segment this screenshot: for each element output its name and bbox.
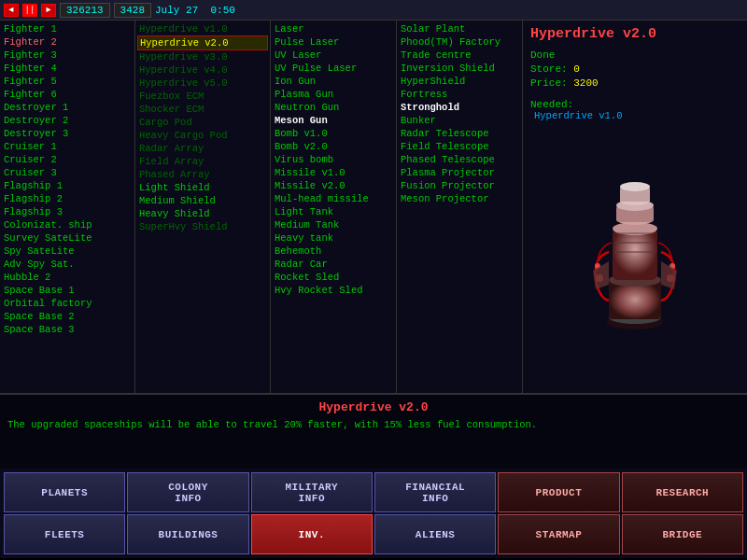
product-button[interactable]: PRODUCT (498, 472, 619, 512)
financial-info-button[interactable]: FINANCIALINFO (374, 472, 496, 512)
weapon-list-item[interactable]: Heavy tank (273, 231, 394, 245)
equipment-list[interactable]: Hyperdrive v1.0Hyperdrive v2.0Hyperdrive… (135, 21, 271, 393)
ship-list-item[interactable]: Fighter 3 (2, 49, 133, 62)
weapon-list-item[interactable]: Light Tank (273, 205, 394, 218)
equipment-list-item[interactable]: Hyperdrive v4.0 (137, 63, 268, 77)
ship-list-item[interactable]: Cruiser 2 (2, 153, 133, 166)
weapon-list-item[interactable]: Neutron Gun (273, 101, 394, 114)
ship-list-item[interactable]: Space Base 1 (2, 284, 133, 297)
weapon-list-item[interactable]: UV Pulse Laser (273, 62, 394, 75)
equipment-list-item[interactable]: Field Array (137, 155, 268, 168)
ship-list[interactable]: Fighter 1Fighter 2Fighter 3Fighter 4Figh… (0, 21, 135, 393)
weapon-list-item[interactable]: Bomb v2.0 (273, 140, 394, 153)
ship-list-item[interactable]: Spy SateLite (2, 245, 133, 258)
next-button[interactable]: ► (41, 4, 56, 17)
weapon-list-item[interactable]: Radar Car (273, 258, 394, 271)
building-list-item[interactable]: Inversion Shield (399, 62, 520, 75)
ship-list-item[interactable]: Survey SateLite (2, 231, 133, 245)
weapon-list-item[interactable]: Behemoth (273, 245, 394, 258)
starmap-button[interactable]: STARMAP (498, 514, 619, 554)
equipment-list-item[interactable]: Hyperdrive v5.0 (137, 77, 268, 90)
colony-info-button[interactable]: COLONYINFO (127, 472, 248, 512)
building-list-item[interactable]: Phood(TM) Factory (399, 35, 520, 49)
hyperdrive-model (560, 177, 710, 336)
weapon-list-item[interactable]: Ion Gun (273, 75, 394, 88)
ship-list-item[interactable]: Fighter 2 (2, 35, 133, 49)
equipment-list-item[interactable]: Medium Shield (137, 194, 268, 207)
building-list-item[interactable]: Fortress (399, 88, 520, 101)
pause-button[interactable]: || (22, 4, 37, 17)
equipment-list-item[interactable]: Shocker ECM (137, 103, 268, 116)
main-panel: Fighter 1Fighter 2Fighter 3Fighter 4Figh… (0, 21, 747, 394)
planets-button[interactable]: PLANETS (4, 472, 125, 512)
equipment-list-item[interactable]: Light Shield (137, 181, 268, 194)
aliens-button[interactable]: ALIENS (374, 514, 496, 554)
building-list-item[interactable]: Bunker (399, 114, 520, 127)
weapon-list-item[interactable]: Meson Gun (273, 114, 394, 127)
ship-list-item[interactable]: Fighter 5 (2, 75, 133, 88)
ship-list-item[interactable]: Space Base 2 (2, 310, 133, 323)
equipment-list-item[interactable]: Hyperdrive v2.0 (137, 35, 268, 50)
ship-list-item[interactable]: Cruiser 3 (2, 166, 133, 179)
ship-list-item[interactable]: Cruiser 1 (2, 140, 133, 153)
ship-list-item[interactable]: Space Base 3 (2, 323, 133, 336)
military-info-button[interactable]: MILITARYINFO (251, 472, 373, 512)
building-list-item[interactable]: Trade centre (399, 49, 520, 62)
weapon-list-item[interactable]: Rocket Sled (273, 271, 394, 284)
equipment-list-item[interactable]: Radar Array (137, 142, 268, 155)
equipment-list-item[interactable]: Cargo Pod (137, 116, 268, 129)
weapon-list-item[interactable]: Bomb v1.0 (273, 127, 394, 140)
weapon-list-item[interactable]: Hvy Rocket Sled (273, 284, 394, 297)
ship-list-item[interactable]: Flagship 2 (2, 192, 133, 205)
description-area: Hyperdrive v2.0 The upgraded spaceships … (0, 394, 747, 469)
ship-list-item[interactable]: Orbital factory (2, 297, 133, 310)
building-list-item[interactable]: Solar Plant (399, 22, 520, 35)
building-list-item[interactable]: Radar Telescope (399, 127, 520, 140)
detail-panel: Hyperdrive v2.0 Done Store: 0 Price: 320… (523, 21, 747, 393)
building-list-item[interactable]: Phased Telescope (399, 153, 520, 166)
equipment-list-item[interactable]: Fuezbox ECM (137, 90, 268, 103)
svg-rect-6 (613, 229, 657, 280)
ship-list-item[interactable]: Colonizat. ship (2, 218, 133, 231)
ship-list-item[interactable]: Adv Spy Sat. (2, 258, 133, 271)
research-button[interactable]: RESEARCH (622, 472, 743, 512)
equipment-list-item[interactable]: SuperHvy Shield (137, 220, 268, 233)
building-list-item[interactable]: Fusion Projector (399, 179, 520, 192)
ship-list-item[interactable]: Flagship 1 (2, 179, 133, 192)
ship-list-item[interactable]: Hubble 2 (2, 271, 133, 284)
weapon-list-item[interactable]: Laser (273, 22, 394, 35)
building-list-item[interactable]: HyperShield (399, 75, 520, 88)
buildings-button[interactable]: BUILDINGS (127, 514, 248, 554)
ship-list-item[interactable]: Fighter 6 (2, 88, 133, 101)
weapon-list-item[interactable]: Pulse Laser (273, 35, 394, 49)
ship-list-item[interactable]: Destroyer 3 (2, 127, 133, 140)
weapon-list-item[interactable]: Missile v1.0 (273, 166, 394, 179)
weapon-list-item[interactable]: Plasma Gun (273, 88, 394, 101)
equipment-list-item[interactable]: Hyperdrive v1.0 (137, 22, 268, 35)
ship-list-item[interactable]: Destroyer 2 (2, 114, 133, 127)
ship-list-item[interactable]: Fighter 4 (2, 62, 133, 75)
ship-list-item[interactable]: Fighter 1 (2, 22, 133, 35)
ship-list-item[interactable]: Destroyer 1 (2, 101, 133, 114)
building-list-item[interactable]: Field Telescope (399, 140, 520, 153)
weapon-list-item[interactable]: Missile v2.0 (273, 179, 394, 192)
prev-button[interactable]: ◄ (4, 4, 19, 17)
fleets-button[interactable]: FLEETS (4, 514, 125, 554)
weapon-list-item[interactable]: Virus bomb (273, 153, 394, 166)
date-display: July 27 0:50 (155, 5, 235, 16)
building-list[interactable]: Solar PlantPhood(TM) FactoryTrade centre… (397, 21, 523, 393)
inv-button[interactable]: INV. (251, 514, 373, 554)
ship-list-item[interactable]: Flagship 3 (2, 205, 133, 218)
building-list-item[interactable]: Stronghold (399, 101, 520, 114)
equipment-list-item[interactable]: Hyperdrive v3.0 (137, 50, 268, 63)
equipment-list-item[interactable]: Phased Array (137, 168, 268, 181)
equipment-list-item[interactable]: Heavy Cargo Pod (137, 129, 268, 142)
bridge-button[interactable]: BRIDGE (622, 514, 743, 554)
weapon-list-item[interactable]: Medium Tank (273, 218, 394, 231)
weapon-list-item[interactable]: UV Laser (273, 49, 394, 62)
building-list-item[interactable]: Plasma Projector (399, 166, 520, 179)
weapon-list-item[interactable]: Mul-head missile (273, 192, 394, 205)
building-list-item[interactable]: Meson Projector (399, 192, 520, 205)
equipment-list-item[interactable]: Heavy Shield (137, 207, 268, 220)
weapon-list[interactable]: LaserPulse LaserUV LaserUV Pulse LaserIo… (271, 21, 397, 393)
